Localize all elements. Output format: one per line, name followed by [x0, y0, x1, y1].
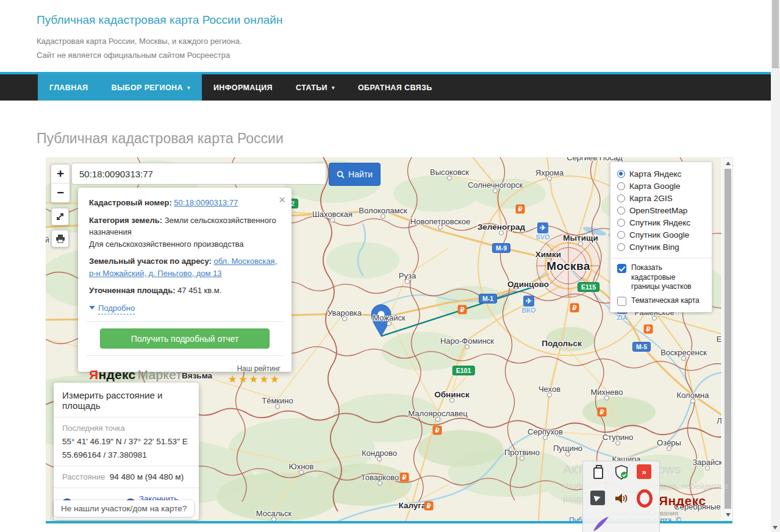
map-label-27: Михнево [591, 388, 623, 397]
red-app-icon[interactable]: » [637, 464, 651, 479]
coords-dms: 55° 41' 46.19" N / 37° 22' 51.53" E [62, 437, 190, 446]
scroll-up-icon[interactable] [726, 161, 731, 165]
layer-option-4[interactable]: Спутник Яндекс [617, 216, 705, 229]
messenger-icon[interactable] [590, 491, 605, 505]
nav-item-1[interactable]: ВЫБОР РЕГИОНА▾ [99, 74, 201, 101]
page-scrollbar[interactable] [771, 0, 780, 532]
print-button[interactable] [51, 230, 69, 247]
map-scrollbar-thumb[interactable] [725, 169, 731, 509]
map-label-39: Мосальск [256, 509, 292, 518]
feather-pen-icon[interactable] [592, 516, 610, 532]
map-label-34: Тёмкино [262, 396, 293, 405]
map-label-6: Новопетровское [410, 217, 470, 226]
road-badge-E101: E101 [453, 366, 475, 375]
layer-option-label: Карта Яндекс [629, 169, 681, 179]
close-icon[interactable]: × [279, 191, 285, 209]
yandex-market-logo[interactable]: ЯндексМаркет [89, 365, 182, 385]
rating-stars: ★★★★★ [228, 374, 281, 386]
layer-option-5[interactable]: Спутник Google [617, 229, 705, 241]
ruble-badge-icon: ₽ [424, 502, 434, 511]
usb-device-icon[interactable] [590, 465, 606, 481]
page-title: Публичная кадастровая карта России [37, 130, 284, 147]
security-shield-icon[interactable] [614, 464, 629, 480]
fullscreen-button[interactable] [51, 208, 69, 225]
nav-item-label: ОБРАТНАЯ СВЯЗЬ [358, 83, 432, 92]
map-label-3: Солнечногорск [468, 180, 523, 190]
page-scrollbar-thumb[interactable] [772, 0, 779, 68]
cadastral-number-link[interactable]: 50:18:0090313:77 [174, 198, 238, 207]
site-subtitle-2: Сайт не является официальным сайтом Роср… [37, 48, 282, 62]
search-icon [337, 171, 345, 179]
zoom-in-button[interactable]: + [51, 165, 70, 183]
details-link[interactable]: Подробно [98, 302, 135, 315]
ruble-badge-icon: ₽ [458, 305, 467, 314]
radio-icon [617, 207, 625, 215]
distance-label: Расстояние [62, 472, 105, 481]
layer-option-label: Спутник Яндекс [629, 218, 690, 227]
layer-option-6[interactable]: Спутник Bing [617, 241, 705, 253]
search-button[interactable]: Найти [329, 163, 381, 186]
scroll-down-icon[interactable] [726, 513, 731, 517]
speaker-icon[interactable] [614, 491, 629, 506]
layer-checkbox-1[interactable]: Тематическая карта [617, 296, 705, 306]
road-badge-E115: E115 [578, 282, 599, 292]
radio-icon [617, 231, 625, 239]
nav-item-2[interactable]: ИНФОРМАЦИЯ [202, 74, 284, 101]
search-button-label: Найти [348, 169, 373, 179]
measure-title: Измерить расстояние и площадь [62, 390, 190, 411]
map-label-19: Коломна [677, 391, 709, 400]
airport-label-ZIA: ZIA [617, 314, 628, 321]
nav-item-3[interactable]: СТАТЬИ▾ [284, 74, 346, 101]
layers-panel: Карта ЯндексКарта GoogleКарта 2GISOpenSt… [610, 161, 712, 313]
distance-value: 94 480 м (94 480 м) [110, 472, 184, 481]
layer-option-label: Карта 2GIS [629, 194, 673, 203]
layer-option-0[interactable]: Карта Яндекс [617, 168, 705, 180]
address-label: Земельный участок по адресу: [89, 257, 212, 266]
nav-item-label: ГЛАВНАЯ [49, 83, 88, 92]
map-label-31: Пущино [553, 444, 582, 453]
map-label-25: Ступино [603, 433, 634, 442]
ruble-badge-icon: ₽ [644, 325, 653, 334]
radio-icon [617, 219, 625, 227]
map-label-30: Протвино [504, 448, 540, 457]
map-label-12: Руза [399, 271, 416, 280]
detailed-report-button[interactable]: Получить подробный отчет [100, 328, 270, 349]
layer-options: Карта ЯндексКарта GoogleКарта 2GISOpenSt… [617, 168, 705, 253]
checkbox-icon [617, 264, 626, 273]
nav-item-4[interactable]: ОБРАТНАЯ СВЯЗЬ [346, 74, 444, 101]
airport-label-ВКО: ВКО [521, 307, 535, 314]
page-scroll-down-icon[interactable] [773, 526, 778, 530]
site-title[interactable]: Публичная кадастровая карта России онлай… [37, 13, 282, 27]
radio-icon [617, 243, 625, 251]
checkbox-icon [617, 297, 626, 306]
search-input[interactable] [71, 163, 326, 185]
map-label-2: Яхрома [535, 168, 564, 177]
map-label-10: Москва [546, 260, 590, 273]
map-label-9: Химки [535, 250, 561, 259]
coords-decimal: 55.696164 / 37.380981 [62, 450, 190, 459]
road-badge-М-1: М-1 [479, 294, 497, 303]
radio-icon [617, 194, 625, 202]
opera-icon[interactable] [637, 489, 653, 508]
area-value: 47 451 кв.м. [177, 286, 221, 295]
map-label-16: Подольск [542, 339, 581, 348]
map-label-11: Одинцово [507, 280, 549, 289]
layer-checkbox-0[interactable]: Показать кадастровые границы участков [617, 263, 705, 292]
nav-item-0[interactable]: ГЛАВНАЯ [38, 74, 99, 101]
chevron-down-icon: ▾ [332, 85, 335, 91]
fullscreen-icon [55, 212, 65, 221]
airport-icon-ВКО: ✈ [523, 296, 534, 307]
map-label-5: Волоколамск [359, 206, 407, 215]
layer-option-3[interactable]: OpenStreetMap [617, 204, 705, 216]
layer-option-1[interactable]: Карта Google [617, 180, 705, 192]
print-icon [55, 234, 65, 243]
layer-option-2[interactable]: Карта 2GIS [617, 192, 705, 204]
map-label-8: Мытищи [563, 233, 598, 243]
layer-option-label: Спутник Google [629, 230, 689, 239]
road-badge-М-9: М-9 [492, 243, 510, 253]
zoom-out-button[interactable]: − [51, 183, 70, 202]
airport-icon-SVO: ✈ [537, 222, 548, 233]
site-subtitle-1: Кадастровая карта России, Москвы, и кажд… [37, 34, 282, 48]
rating-label: Наш рейтинг [228, 363, 281, 374]
not-found-tooltip[interactable]: Не нашли участок/дом на карте? [54, 500, 194, 517]
